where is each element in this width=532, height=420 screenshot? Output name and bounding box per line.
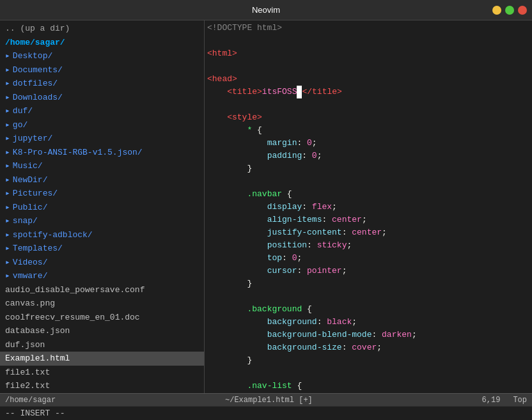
status-right: 6,19 Top bbox=[482, 396, 527, 405]
code-line: .nav-list { bbox=[207, 380, 529, 393]
minimize-button[interactable]: − bbox=[492, 6, 501, 15]
close-button[interactable]: × bbox=[518, 6, 527, 15]
sidebar-dir-item[interactable]: ▸NewDir/ bbox=[0, 173, 204, 187]
sidebar-file-item[interactable]: duf.json bbox=[0, 338, 204, 352]
insert-mode-label: -- INSERT -- bbox=[5, 408, 65, 418]
sidebar-dir-item[interactable]: ▸Pictures/ bbox=[0, 187, 204, 201]
code-line bbox=[207, 60, 529, 73]
up-dir-item[interactable]: .. (up a dir) bbox=[0, 22, 204, 36]
code-line: background-size: cover; bbox=[207, 341, 529, 354]
sidebar-dir-item[interactable]: ▸snap/ bbox=[0, 214, 204, 228]
sidebar-dir-item[interactable]: ▸spotify-adblock/ bbox=[0, 228, 204, 242]
sidebar-dir-item[interactable]: ▸Music/ bbox=[0, 159, 204, 173]
window-controls: − + × bbox=[492, 6, 527, 15]
sidebar-dir-item[interactable]: ▸duf/ bbox=[0, 104, 204, 118]
sidebar-dir-item[interactable]: ▸Videos/ bbox=[0, 256, 204, 270]
code-line: <html> bbox=[207, 47, 529, 60]
code-line bbox=[207, 35, 529, 47]
file-list: audio_disable_powersave.confcanvas.pngco… bbox=[0, 283, 204, 393]
sidebar-dir-item[interactable]: ▸K8-Pro-ANSI-RGB-v1.5.json/ bbox=[0, 146, 204, 160]
code-line: * { bbox=[207, 124, 529, 137]
sidebar-dir-item[interactable]: ▸Desktop/ bbox=[0, 49, 204, 63]
status-filename: ~/Example1.html [+] bbox=[56, 396, 481, 405]
code-line bbox=[207, 98, 529, 111]
code-line: margin: 0; bbox=[207, 137, 529, 150]
sidebar-dir-item[interactable]: ▸dotfiles/ bbox=[0, 77, 204, 91]
code-line bbox=[207, 290, 529, 303]
sidebar-file-item[interactable]: coolfreecv_resume_en_01.doc bbox=[0, 311, 204, 325]
sidebar-dir-item[interactable]: ▸Public/ bbox=[0, 201, 204, 215]
code-line: } bbox=[207, 277, 529, 290]
code-line: top: 0; bbox=[207, 252, 529, 265]
sidebar-file-item[interactable]: file2.txt bbox=[0, 379, 204, 393]
editor-pane[interactable]: <!DOCTYPE html> <html> <head> <title>its… bbox=[205, 20, 532, 393]
code-line bbox=[207, 175, 529, 188]
sidebar-file-item[interactable]: audio_disable_powersave.conf bbox=[0, 283, 204, 297]
main-area: .. (up a dir) /home/sagar/ ▸Desktop/▸Doc… bbox=[0, 20, 532, 393]
sidebar-file-item[interactable]: database.json bbox=[0, 324, 204, 338]
code-line: cursor: pointer; bbox=[207, 265, 529, 277]
code-line: align-items: center; bbox=[207, 214, 529, 226]
code-line: <title>itsFOSS </title> bbox=[207, 86, 529, 98]
code-line: background-blend-mode: darken; bbox=[207, 329, 529, 341]
status-bar: /home/sagar ~/Example1.html [+] 6,19 Top bbox=[0, 393, 532, 406]
code-line: .background { bbox=[207, 303, 529, 316]
code-line: position: sticky; bbox=[207, 239, 529, 252]
sidebar-dir-item[interactable]: ▸Downloads/ bbox=[0, 91, 204, 105]
sidebar-dir-item[interactable]: ▸Templates/ bbox=[0, 242, 204, 256]
code-line: } bbox=[207, 162, 529, 175]
file-explorer: .. (up a dir) /home/sagar/ ▸Desktop/▸Doc… bbox=[0, 20, 205, 393]
code-line: .navbar { bbox=[207, 188, 529, 201]
scroll-position: Top bbox=[513, 396, 527, 405]
code-line: justify-content: center; bbox=[207, 226, 529, 239]
title-bar: Neovim − + × bbox=[0, 0, 532, 20]
sidebar-dir-item[interactable]: ▸Documents/ bbox=[0, 63, 204, 77]
sidebar-file-item[interactable]: Example1.html bbox=[0, 352, 204, 366]
code-line: padding: 0; bbox=[207, 150, 529, 162]
current-path: /home/sagar/ bbox=[0, 36, 204, 50]
code-line: <!DOCTYPE html> bbox=[207, 22, 529, 35]
window-title: Neovim bbox=[252, 5, 280, 15]
code-line: } bbox=[207, 354, 529, 367]
sidebar-dir-item[interactable]: ▸go/ bbox=[0, 118, 204, 132]
dir-list: ▸Desktop/▸Documents/▸dotfiles/▸Downloads… bbox=[0, 49, 204, 283]
sidebar-file-item[interactable]: canvas.png bbox=[0, 297, 204, 311]
cursor-position: 6,19 bbox=[482, 396, 501, 405]
sidebar-dir-item[interactable]: ▸jupyter/ bbox=[0, 132, 204, 146]
code-line: <head> bbox=[207, 73, 529, 86]
insert-bar: -- INSERT -- bbox=[0, 406, 532, 420]
code-editor: <!DOCTYPE html> <html> <head> <title>its… bbox=[207, 22, 529, 393]
sidebar-dir-item[interactable]: ▸vmware/ bbox=[0, 269, 204, 283]
status-path: /home/sagar bbox=[5, 396, 56, 405]
code-line: display: flex; bbox=[207, 201, 529, 214]
maximize-button[interactable]: + bbox=[505, 6, 514, 15]
code-line: background: black; bbox=[207, 316, 529, 329]
code-line bbox=[207, 367, 529, 380]
sidebar-file-item[interactable]: file1.txt bbox=[0, 366, 204, 380]
code-line: <style> bbox=[207, 111, 529, 124]
